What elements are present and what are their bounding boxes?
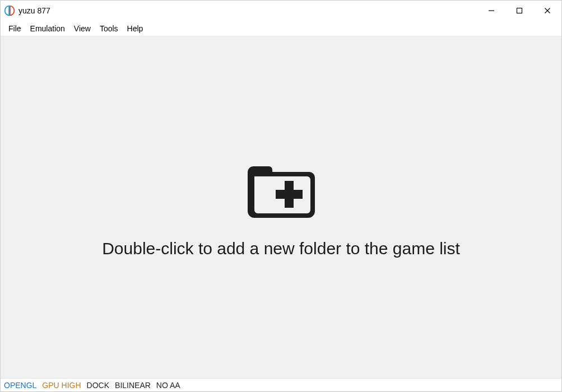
window-controls xyxy=(477,1,561,21)
menu-file[interactable]: File xyxy=(4,22,26,35)
minimize-button[interactable] xyxy=(477,1,505,21)
close-button[interactable] xyxy=(533,1,561,21)
status-dock-mode[interactable]: DOCK xyxy=(87,381,109,390)
title-bar[interactable]: yuzu 877 xyxy=(1,1,561,21)
status-renderer[interactable]: OPENGL xyxy=(4,381,36,390)
status-gpu-accuracy[interactable]: GPU HIGH xyxy=(42,381,81,390)
menu-help[interactable]: Help xyxy=(123,22,148,35)
game-list-empty-area[interactable]: Double-click to add a new folder to the … xyxy=(1,36,561,378)
menu-tools[interactable]: Tools xyxy=(95,22,123,35)
window-title: yuzu 877 xyxy=(18,6,50,15)
status-filter[interactable]: BILINEAR xyxy=(115,381,151,390)
app-icon xyxy=(4,5,15,16)
status-antialias[interactable]: NO AA xyxy=(156,381,180,390)
menu-view[interactable]: View xyxy=(69,22,95,35)
empty-state-text: Double-click to add a new folder to the … xyxy=(102,239,460,258)
app-window: yuzu 877 File Emulation View Tools Help xyxy=(0,0,562,392)
maximize-button[interactable] xyxy=(505,1,533,21)
svg-rect-1 xyxy=(517,8,522,13)
menu-bar: File Emulation View Tools Help xyxy=(1,21,561,36)
add-folder-icon xyxy=(242,156,321,226)
menu-emulation[interactable]: Emulation xyxy=(26,22,69,35)
status-bar: OPENGL GPU HIGH DOCK BILINEAR NO AA xyxy=(1,378,561,391)
